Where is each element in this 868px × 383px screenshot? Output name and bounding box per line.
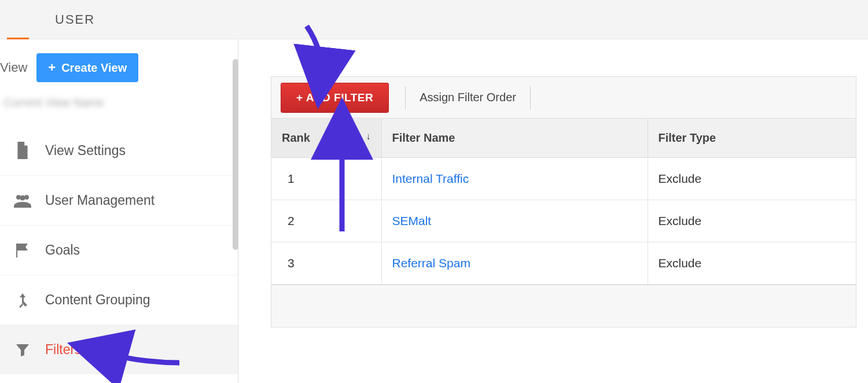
merge-icon xyxy=(13,290,32,310)
filters-panel: + ADD FILTER Assign Filter Order Rank ↓ … xyxy=(271,76,856,327)
view-label: View xyxy=(0,60,27,75)
add-filter-button[interactable]: + ADD FILTER xyxy=(281,83,389,113)
sidebar-item-view-settings[interactable]: View Settings xyxy=(0,126,238,175)
sidebar-item-label: Filters xyxy=(45,342,82,358)
cell-filter-type: Exclude xyxy=(648,158,856,200)
svg-point-2 xyxy=(20,195,25,200)
main-content: + ADD FILTER Assign Filter Order Rank ↓ … xyxy=(238,39,868,383)
plus-icon: + xyxy=(48,60,56,75)
cell-filter-type: Exclude xyxy=(648,242,856,285)
table-row: 2 SEMalt Exclude xyxy=(271,200,856,242)
sort-arrow-down-icon: ↓ xyxy=(366,131,371,142)
table-header-rank-label: Rank xyxy=(282,131,310,144)
assign-filter-order-button[interactable]: Assign Filter Order xyxy=(405,86,531,109)
table-row: 3 Referral Spam Exclude xyxy=(271,242,856,285)
sidebar-item-label: Content Grouping xyxy=(45,292,150,308)
sidebar-item-label: Goals xyxy=(45,242,80,258)
table-header-rank[interactable]: Rank ↓ xyxy=(271,119,381,158)
sidebar-item-label: User Management xyxy=(45,193,155,208)
sidebar: View + Create View Current View Name Vie… xyxy=(0,39,238,383)
create-view-button-label: Create View xyxy=(61,61,127,75)
filters-table: Rank ↓ Filter Name Filter Type 1 Interna… xyxy=(271,119,856,285)
cell-rank: 3 xyxy=(271,242,381,285)
sidebar-item-user-management[interactable]: User Management xyxy=(0,175,238,225)
sidebar-item-label: View Settings xyxy=(45,143,126,159)
cell-rank: 2 xyxy=(271,200,381,242)
filters-toolbar: + ADD FILTER Assign Filter Order xyxy=(271,77,856,119)
cell-rank: 1 xyxy=(271,158,381,200)
page-icon xyxy=(13,141,32,160)
cell-filter-type: Exclude xyxy=(648,200,856,242)
create-view-button[interactable]: + Create View xyxy=(36,53,138,82)
tab-user[interactable]: USER xyxy=(55,12,95,27)
table-header-filter-type[interactable]: Filter Type xyxy=(648,119,856,158)
filter-name-link[interactable]: Referral Spam xyxy=(392,256,470,270)
sidebar-item-goals[interactable]: Goals xyxy=(0,225,238,275)
sidebar-scrollbar-thumb[interactable] xyxy=(233,59,238,250)
sidebar-menu: View Settings User Management Goals Cont… xyxy=(0,126,238,374)
filters-table-footer xyxy=(271,285,856,327)
filter-name-link[interactable]: Internal Traffic xyxy=(392,172,469,185)
flag-icon xyxy=(13,241,32,260)
filter-name-link[interactable]: SEMalt xyxy=(392,214,432,227)
table-header-filter-name[interactable]: Filter Name xyxy=(381,119,648,158)
current-view-name-blurred: Current View Name xyxy=(3,96,238,109)
users-icon xyxy=(13,191,32,211)
top-tabs-bar: USER xyxy=(0,0,868,39)
sidebar-item-content-grouping[interactable]: Content Grouping xyxy=(0,275,238,325)
table-row: 1 Internal Traffic Exclude xyxy=(271,158,856,200)
funnel-icon xyxy=(13,340,32,360)
sidebar-item-filters[interactable]: Filters xyxy=(0,325,238,374)
